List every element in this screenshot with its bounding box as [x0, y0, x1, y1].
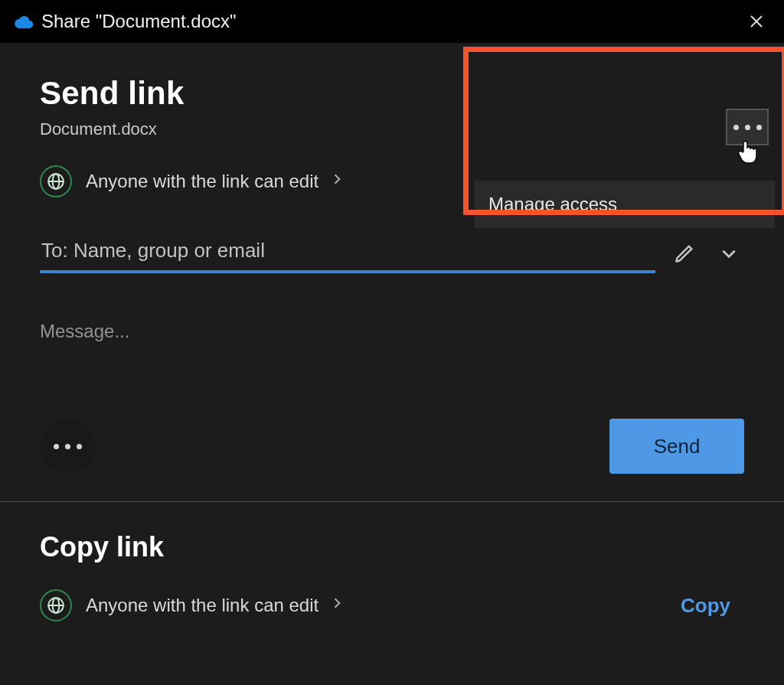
onedrive-cloud-icon	[12, 11, 34, 32]
link-permission-text: Anyone with the link can edit	[86, 171, 318, 192]
copy-link-settings[interactable]: Anyone with the link can edit	[40, 589, 345, 621]
share-dialog-panel: Send link Document.docx Anyone with the …	[0, 43, 784, 685]
titlebar-title: Share "Document.docx"	[41, 11, 743, 32]
send-button-label: Send	[654, 435, 701, 458]
manage-access-label: Manage access	[488, 194, 617, 215]
send-actions: Send	[40, 419, 744, 474]
more-options-button[interactable]	[40, 419, 95, 474]
recipient-input[interactable]	[40, 233, 655, 273]
copy-button[interactable]: Copy	[681, 594, 730, 618]
copy-link-heading: Copy link	[40, 531, 744, 563]
manage-access-menu-item[interactable]: Manage access	[475, 181, 775, 228]
document-filename: Document.docx	[40, 119, 744, 139]
ellipsis-icon	[733, 125, 762, 130]
copy-link-row: Anyone with the link can edit Copy	[40, 589, 744, 621]
permissions-dropdown[interactable]	[714, 238, 744, 269]
titlebar: Share "Document.docx"	[0, 0, 784, 43]
send-button[interactable]: Send	[609, 419, 744, 474]
chevron-right-icon	[329, 171, 345, 191]
ellipsis-icon	[54, 444, 82, 449]
copy-button-label: Copy	[681, 594, 730, 617]
copy-link-permission-text: Anyone with the link can edit	[86, 595, 318, 616]
send-link-heading: Send link	[40, 75, 744, 112]
edit-permissions-button[interactable]	[669, 238, 700, 269]
globe-icon	[40, 589, 72, 621]
chevron-right-icon	[329, 595, 345, 615]
section-divider	[0, 501, 784, 502]
recipient-row	[40, 233, 744, 273]
overflow-menu-button[interactable]	[726, 109, 769, 145]
globe-icon	[40, 165, 72, 197]
close-button[interactable]	[743, 8, 770, 35]
message-input[interactable]	[40, 321, 744, 413]
